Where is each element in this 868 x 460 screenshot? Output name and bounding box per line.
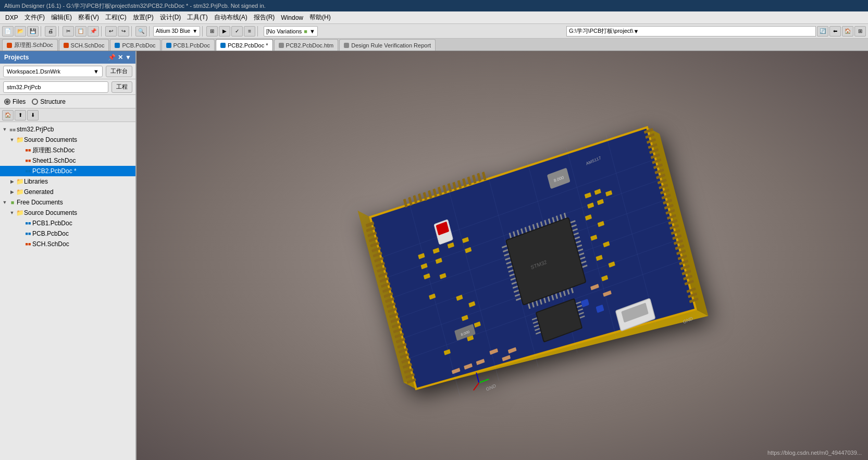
tab-pcb1[interactable]: PCB1.PcbDoc <box>162 39 215 51</box>
tree-item-generated[interactable]: ▶ 📁 Generated <box>0 187 135 197</box>
pcb-3d-view[interactable]: STM32 <box>137 51 868 460</box>
open-btn[interactable]: 📂 <box>15 26 26 37</box>
panel-close-icon[interactable]: ✕ <box>118 54 123 61</box>
tab-drv[interactable]: Design Rule Verification Report <box>339 39 436 51</box>
home-btn[interactable]: 🏠 <box>842 26 853 37</box>
tab-schdoc[interactable]: 原理图.SchDoc <box>2 39 58 51</box>
tab-pcb2[interactable]: PCB2.PcbDoc * <box>216 39 273 51</box>
copy-btn[interactable]: 📋 <box>75 26 86 37</box>
menu-tools[interactable]: 工具(T) <box>184 12 210 23</box>
tab-schsch[interactable]: SCH.SchDoc <box>59 39 109 51</box>
layer-btn[interactable]: ⊞ <box>206 26 218 37</box>
expand-stm32[interactable]: ▼ <box>1 126 8 133</box>
files-structure-row: Files Structure <box>0 95 135 108</box>
project-btn[interactable]: 工程 <box>111 81 132 93</box>
menu-place[interactable]: 放置(P) <box>130 12 157 23</box>
drc-btn[interactable]: ✓ <box>231 26 243 37</box>
tab-pcb2htm[interactable]: PCB2.PcbDoc.htm <box>274 39 339 51</box>
path-dropdown[interactable]: G:\学习\PCB打板\project\ ▼ <box>566 26 816 37</box>
undo-btn[interactable]: ↩ <box>105 26 117 37</box>
panel-pin-icon[interactable]: 📌 <box>108 54 116 61</box>
tree-item-srcdocs1[interactable]: ▼ 📁 Source Documents <box>0 135 135 145</box>
title-text: Altium Designer (16.1) - G:\学习\PCB打板\pro… <box>4 2 266 10</box>
paste-btn[interactable]: 📌 <box>88 26 99 37</box>
label-pcbfile: PCB.PcbDoc <box>32 230 133 237</box>
menu-bar: DXP 文件(F) 编辑(E) 察看(V) 工程(C) 放置(P) 设计(D) … <box>0 11 868 24</box>
variations-dropdown[interactable]: [No Variations ■ ▼ <box>264 26 318 37</box>
menu-report[interactable]: 报告(R) <box>251 12 278 23</box>
sep4 <box>131 26 133 37</box>
expand-freedocs[interactable]: ▼ <box>1 199 8 206</box>
menu-dxp[interactable]: DXP <box>2 13 21 22</box>
menu-help[interactable]: 帮助(H) <box>306 12 334 23</box>
tree-item-pcb2[interactable]: ▶ ■■ PCB2.PcbDoc * <box>0 166 135 176</box>
files-radio[interactable]: Files <box>4 98 26 105</box>
watermark: https://blog.csdn.net/m0_49447039... <box>767 450 862 456</box>
tab-label-pcb2htm: PCB2.PcbDoc.htm <box>286 42 334 49</box>
tree-item-schfile[interactable]: ▶ ■■ SCH.SchDoc <box>0 239 135 249</box>
label-schdoc2: Sheet1.SchDoc <box>32 157 133 164</box>
expand-btn[interactable]: ⊞ <box>854 26 866 37</box>
theme-arrow: ▼ <box>192 28 197 34</box>
tab-label-pcb: PCB.PcbDoc <box>122 42 155 49</box>
panel-down-btn[interactable]: ⬇ <box>27 110 39 120</box>
svg-text:GND: GND <box>486 383 497 392</box>
panel-home-btn[interactable]: 🏠 <box>2 110 14 120</box>
expand-srcdocs1[interactable]: ▼ <box>8 136 16 143</box>
theme-dropdown[interactable]: Altium 3D Blue ▼ <box>153 26 200 37</box>
menu-view[interactable]: 察看(V) <box>75 12 102 23</box>
cut-btn[interactable]: ✂ <box>63 26 74 37</box>
tree-item-srcdocs2[interactable]: ▼ 📁 Source Documents <box>0 208 135 218</box>
svg-rect-92 <box>448 183 452 192</box>
net-btn[interactable]: ≡ <box>244 26 255 37</box>
workspace-dropdown[interactable]: Workspace1.DsnWrk ▼ <box>3 66 103 77</box>
menu-file[interactable]: 文件(F) <box>21 12 48 23</box>
panel-toolbar: 🏠 ⬆ ⬇ <box>0 108 135 122</box>
content-area[interactable]: STM32 <box>137 51 868 460</box>
menu-edit[interactable]: 编辑(E) <box>48 12 75 23</box>
panel-menu-icon[interactable]: ▼ <box>125 54 131 61</box>
nav-back-btn[interactable]: ⬅ <box>829 26 841 37</box>
label-srcdocs2: Source Documents <box>24 209 133 216</box>
structure-radio[interactable]: Structure <box>32 98 66 105</box>
zoom-btn[interactable]: 🔍 <box>135 26 147 37</box>
tree-item-schdoc2[interactable]: ▶ ■■ Sheet1.SchDoc <box>0 155 135 166</box>
tree-item-stm32[interactable]: ▼ ■■ stm32.PrjPcb <box>0 124 135 135</box>
icon-pcb1file: ■■ <box>24 220 32 227</box>
project-row: 工程 <box>0 79 135 95</box>
menu-window[interactable]: Window <box>278 13 306 22</box>
redo-btn[interactable]: ↪ <box>118 26 129 37</box>
panel-up-btn[interactable]: ⬆ <box>15 110 26 120</box>
project-input[interactable] <box>3 81 108 93</box>
svg-line-216 <box>472 383 480 390</box>
pcb-board-svg: STM32 <box>356 110 721 402</box>
tree-item-schdoc1[interactable]: ▶ ■■ 原理图.SchDoc <box>0 145 135 155</box>
expand-srcdocs2[interactable]: ▼ <box>8 209 16 216</box>
sep2 <box>58 26 60 37</box>
icon-pcb2: ■■ <box>24 167 32 175</box>
run-btn[interactable]: ▶ <box>219 26 230 37</box>
tree-item-pcbfile[interactable]: ▶ ■■ PCB.PcbDoc <box>0 228 135 239</box>
svg-rect-98 <box>477 173 481 181</box>
icon-pcbfile: ■■ <box>24 230 32 237</box>
label-srcdocs1: Source Documents <box>24 136 133 143</box>
tree-area[interactable]: ▼ ■■ stm32.PrjPcb ▼ 📁 Source Documents ▶… <box>0 122 135 460</box>
tab-pcb[interactable]: PCB.PcbDoc <box>110 39 160 51</box>
tree-item-libs[interactable]: ▶ 📁 Libraries <box>0 176 135 187</box>
tree-item-freedocs[interactable]: ▼ ■ Free Documents <box>0 197 135 208</box>
expand-generated[interactable]: ▶ <box>8 188 16 196</box>
tab-bar: 原理图.SchDoc SCH.SchDoc PCB.PcbDoc PCB1.Pc… <box>0 39 868 51</box>
tree-item-pcb1file[interactable]: ▶ ■■ PCB1.PcbDoc <box>0 218 135 228</box>
svg-rect-96 <box>467 176 472 185</box>
icon-schdoc2: ■■ <box>24 157 32 164</box>
print-btn[interactable]: 🖨 <box>45 26 56 37</box>
menu-project[interactable]: 工程(C) <box>102 12 130 23</box>
menu-autoroute[interactable]: 自动布线(A) <box>211 12 251 23</box>
new-btn[interactable]: 📄 <box>2 26 14 37</box>
workspace-btn[interactable]: 工作台 <box>106 66 132 77</box>
expand-libs[interactable]: ▶ <box>8 178 16 185</box>
nav-forward-btn[interactable]: 🔄 <box>817 26 828 37</box>
theme-label: Altium 3D Blue <box>156 28 190 34</box>
save-btn[interactable]: 💾 <box>27 26 39 37</box>
menu-design[interactable]: 设计(D) <box>157 12 184 23</box>
